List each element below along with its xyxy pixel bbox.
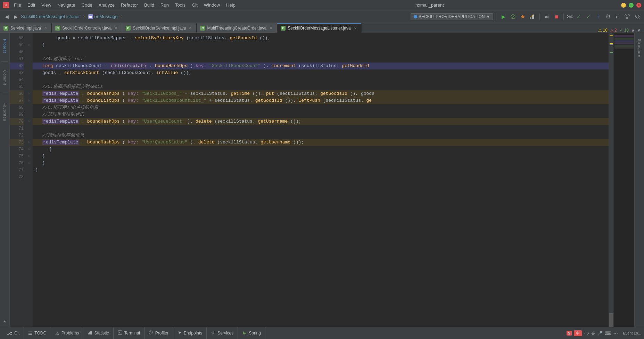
debug-button[interactable] (519, 13, 527, 21)
mic-icon[interactable]: 🎤 (597, 331, 603, 336)
maximize-button[interactable]: □ (629, 3, 634, 8)
tab-serviceimpl2[interactable]: C SeckillOrderServiceImpl.java ✕ (122, 23, 197, 33)
sidebar-structure[interactable]: Structure (636, 36, 643, 60)
tab-label-listener: SeckillOrderMessageListener.java (288, 26, 350, 31)
run-button[interactable]: ▶ (499, 13, 507, 21)
line-69: 69 (10, 111, 24, 118)
status-git[interactable]: ⎇ Git (3, 327, 24, 339)
sidebar-favorites[interactable]: Favorites (1, 100, 8, 124)
breadcrumb-method[interactable]: onMessage (94, 14, 118, 19)
sidebar-project[interactable]: Project (1, 36, 8, 56)
svg-rect-8 (626, 17, 628, 19)
left-panel: Project Commit Favorites ★ (0, 33, 10, 327)
line-64: 64 (10, 76, 24, 83)
status-problems[interactable]: ⚠ Problems (51, 327, 84, 339)
code-line-70: redisTemplate . boundHashOps ( key: "Use… (33, 118, 609, 125)
git-rollback-button[interactable]: ↩ (613, 13, 622, 21)
git-branches-button[interactable] (623, 13, 631, 21)
scroll-thumb[interactable] (609, 313, 613, 327)
run-config-name: SECKILLPROVIDERAPPLICATION (419, 14, 485, 19)
code-line-73: redisTemplate . boundHashOps ( key: "Use… (33, 139, 609, 146)
status-terminal[interactable]: ▶ Terminal (114, 327, 145, 339)
menu-tools[interactable]: Tools (172, 2, 188, 8)
input-method-indicator[interactable]: 中 (574, 330, 582, 336)
right-scrollbar[interactable] (609, 33, 613, 327)
menu-run[interactable]: Run (158, 2, 172, 8)
warnings-bar: ⚠ 18 △ 2 ✓ 10 ∧ ∨ (595, 28, 644, 33)
tab-serviceimpl[interactable]: C ServiceImpl.java ✕ (0, 23, 52, 33)
check-icon: ✓ (620, 28, 623, 33)
minimize-button[interactable]: — (621, 3, 626, 8)
status-profiler[interactable]: Profiler (145, 327, 173, 339)
step-over-button[interactable]: ⏭ (543, 13, 551, 21)
tab-close-listener[interactable]: ✕ (353, 26, 358, 31)
warning-indicator[interactable]: ⚠ 18 (598, 28, 608, 33)
status-todo[interactable]: ☰ TODO (24, 327, 51, 339)
status-services[interactable]: Services (207, 327, 238, 339)
gutter-68 (26, 104, 31, 111)
git-push-button[interactable]: ↑ (594, 13, 602, 21)
tab-controller[interactable]: C SeckillOrderController.java ✕ (52, 23, 122, 33)
git-commit-button[interactable]: ✓ (575, 13, 583, 21)
event-log-label[interactable]: Event Lo... (623, 331, 641, 335)
menu-code[interactable]: Code (79, 2, 95, 8)
tab-multithreading[interactable]: C MultiThreadingCreateOrder.java ✕ (197, 23, 277, 33)
breadcrumb-class[interactable]: SeckillOrderMessageListener (21, 14, 80, 19)
more-icon[interactable]: ⋯ (613, 331, 618, 336)
code-line-63: goods . setStockCount (seckillGoodsCount… (35, 69, 606, 76)
circle-plus-icon[interactable]: ⊕ (591, 331, 595, 336)
tab-close-controller[interactable]: ✕ (114, 26, 118, 31)
menu-navigate[interactable]: Navigate (55, 2, 78, 8)
profile-button[interactable] (528, 13, 537, 21)
menu-git[interactable]: Git (189, 2, 200, 8)
status-spring[interactable]: Spring (238, 327, 265, 339)
tab-label-multithreading: MultiThreadingCreateOrder.java (207, 26, 266, 31)
menu-analyze[interactable]: Analyze (96, 2, 117, 8)
todo-status-icon: ☰ (28, 331, 32, 336)
sidebar-star-icon[interactable]: ★ (3, 319, 6, 324)
menu-help[interactable]: Help (223, 2, 238, 8)
check-count: 10 (624, 28, 629, 33)
tab-bar: C ServiceImpl.java ✕ C SeckillOrderContr… (0, 23, 644, 33)
sidebar-commit[interactable]: Commit (1, 67, 8, 88)
close-button[interactable]: ✕ (636, 3, 641, 8)
status-statistic[interactable]: Statistic (83, 327, 113, 339)
music-icon[interactable]: ♪ (587, 331, 589, 336)
stop-button[interactable]: ⏹ (552, 13, 561, 21)
translate-button[interactable]: A文 (633, 13, 641, 21)
profiler-status-icon (149, 330, 153, 336)
nav-up-button[interactable]: ∧ (631, 28, 635, 33)
run-configuration[interactable]: SECKILLPROVIDERAPPLICATION ▼ (411, 13, 493, 20)
gutter-64 (26, 76, 31, 83)
menu-window[interactable]: Window (201, 2, 223, 8)
menu-file[interactable]: File (11, 2, 24, 8)
tab-listener[interactable]: C SeckillOrderMessageListener.java ✕ (277, 23, 361, 33)
menu-build[interactable]: Build (141, 2, 157, 8)
git-status-label: Git (14, 331, 19, 336)
coverage-button[interactable] (509, 13, 517, 21)
code-content[interactable]: goods = seckillGoodsMapper . selectByPri… (33, 33, 609, 327)
scroll-marker-warning (610, 35, 613, 36)
git-history-button[interactable]: ⏱ (604, 13, 612, 21)
sidebar-divider1 (1, 61, 8, 62)
keyboard-icon[interactable]: ⌨ (605, 331, 611, 336)
gutter-60 (26, 49, 31, 56)
error-indicator[interactable]: △ 2 (610, 28, 617, 33)
breadcrumb-sep2: › (121, 14, 123, 19)
git-check-button[interactable]: ✓ (584, 13, 593, 21)
menu-view[interactable]: View (39, 2, 54, 8)
menu-edit[interactable]: Edit (25, 2, 38, 8)
statistic-status-label: Statistic (94, 331, 109, 336)
nav-down-button[interactable]: ∨ (637, 28, 641, 33)
tab-close-serviceimpl[interactable]: ✕ (43, 26, 48, 31)
tab-close-serviceimpl2[interactable]: ✕ (188, 26, 193, 31)
check-indicator[interactable]: ✓ 10 (620, 28, 629, 33)
gutter-75: ○ (26, 153, 31, 160)
line-67: 67 (10, 97, 24, 104)
tab-close-multithreading[interactable]: ✕ (269, 26, 273, 31)
menu-refactor[interactable]: Refactor (118, 2, 141, 8)
status-endpoints[interactable]: Endpoints (173, 327, 207, 339)
line-71: 71 (10, 125, 24, 132)
forward-button[interactable]: ▶ (12, 13, 19, 20)
back-button[interactable]: ◀ (3, 13, 10, 20)
